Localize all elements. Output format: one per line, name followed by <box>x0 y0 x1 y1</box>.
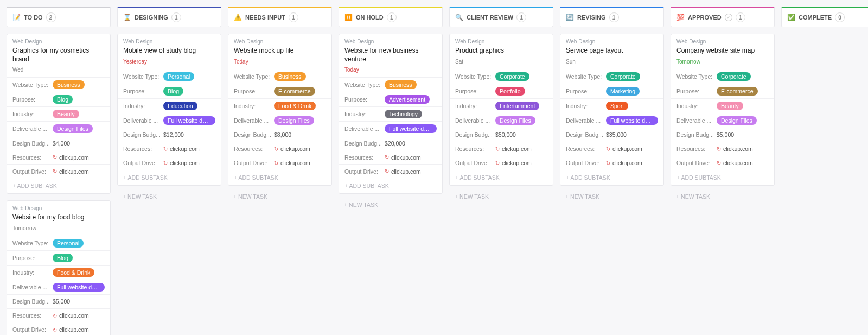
industry-pill[interactable]: Sport <box>606 102 628 110</box>
column-header-todo[interactable]: 📝TO DO2 <box>7 7 111 27</box>
industry-pill[interactable]: Beauty <box>53 110 79 118</box>
column-header-complete[interactable]: ✅COMPLETE0 <box>781 7 868 27</box>
field-row: Industry:Food & Drink <box>228 98 331 113</box>
deliverable-pill[interactable]: Design Files <box>53 124 93 133</box>
link-text[interactable]: clickup.com <box>502 146 532 152</box>
purpose-pill[interactable]: E-commerce <box>274 87 315 96</box>
new-task-button[interactable]: + NEW TASK <box>560 189 664 204</box>
website_type-pill[interactable]: Business <box>53 80 85 89</box>
field-row: Purpose:Marketing <box>560 84 663 98</box>
column-header-designing[interactable]: ⌛DESIGNING1 <box>117 7 221 27</box>
field-label: Design Budg... <box>566 131 606 138</box>
field-label: Output Drive: <box>12 168 53 175</box>
link-text[interactable]: clickup.com <box>502 160 532 166</box>
industry-pill[interactable]: Beauty <box>717 102 743 110</box>
link-text[interactable]: clickup.com <box>280 160 310 166</box>
link-text[interactable]: clickup.com <box>723 146 753 152</box>
column-header-client-review[interactable]: 🔍CLIENT REVIEW1 <box>449 7 553 27</box>
deliverable-pill[interactable]: Full website design and lay... <box>606 116 658 125</box>
link-icon: ↻ <box>163 160 168 166</box>
task-card[interactable]: Web DesignProduct graphicsSatWebsite Typ… <box>449 34 553 186</box>
deliverable-pill[interactable]: Full website design and lay... <box>163 116 215 125</box>
purpose-pill[interactable]: Advertisement <box>385 95 430 104</box>
add-subtask-button[interactable]: + ADD SUBTASK <box>450 170 553 185</box>
industry-pill[interactable]: Technology <box>385 110 422 118</box>
new-task-button[interactable]: + NEW TASK <box>671 189 775 204</box>
purpose-pill[interactable]: Portfolio <box>495 87 525 96</box>
link-text[interactable]: clickup.com <box>723 160 753 166</box>
column-header-revising[interactable]: 🔄REVISING1 <box>560 7 664 27</box>
industry-pill[interactable]: Food & Drink <box>274 102 316 110</box>
link-text[interactable]: clickup.com <box>612 160 642 166</box>
add-subtask-button[interactable]: + ADD SUBTASK <box>228 170 331 185</box>
new-task-button[interactable]: + NEW TASK <box>339 197 443 212</box>
purpose-pill[interactable]: Blog <box>53 95 73 104</box>
link-text[interactable]: clickup.com <box>170 146 200 152</box>
field-row: Industry:Entertainment <box>450 98 553 113</box>
task-card[interactable]: Web DesignMobile view of study blogYeste… <box>117 34 221 186</box>
field-label: Output Drive: <box>455 160 495 166</box>
column-header-on-hold[interactable]: ⏸️ON HOLD1 <box>339 7 443 27</box>
purpose-pill[interactable]: Blog <box>53 254 73 262</box>
deliverable-pill[interactable]: Design Files <box>717 116 757 125</box>
website_type-pill[interactable]: Business <box>274 72 306 81</box>
add-subtask-button[interactable]: + ADD SUBTASK <box>560 170 663 185</box>
deliverable-pill[interactable]: Design Files <box>274 116 314 125</box>
purpose-pill[interactable]: Blog <box>163 87 183 96</box>
new-task-button[interactable]: + NEW TASK <box>117 189 221 204</box>
purpose-pill[interactable]: Marketing <box>606 87 640 96</box>
column-header-approved[interactable]: 💯APPROVED✓1 <box>671 7 775 27</box>
deliverable-pill[interactable]: Full website design and lay... <box>385 124 437 133</box>
field-row: Industry:Sport <box>560 98 663 113</box>
task-card[interactable]: Web DesignGraphics for my cosmetics bran… <box>7 34 111 194</box>
link-text[interactable]: clickup.com <box>59 154 89 161</box>
field-row: Deliverable ...Full website design and l… <box>118 113 221 128</box>
new-task-button[interactable]: + NEW TASK <box>228 189 332 204</box>
website_type-pill[interactable]: Corporate <box>717 72 751 81</box>
task-card[interactable]: Web DesignService page layoutSunWebsite … <box>560 34 664 186</box>
column-count: 1 <box>289 12 298 22</box>
industry-pill[interactable]: Entertainment <box>495 102 539 110</box>
add-subtask-button[interactable]: + ADD SUBTASK <box>671 170 774 185</box>
industry-pill[interactable]: Education <box>163 102 197 110</box>
website_type-pill[interactable]: Business <box>385 80 417 89</box>
link-icon: ↻ <box>53 313 57 319</box>
purpose-pill[interactable]: E-commerce <box>717 87 758 96</box>
link-text[interactable]: clickup.com <box>59 312 89 319</box>
deliverable-pill[interactable]: Full website design and lay... <box>53 283 105 292</box>
task-card[interactable]: Web DesignWebsite for my food blogTomorr… <box>7 200 111 335</box>
website_type-pill[interactable]: Personal <box>53 239 84 248</box>
website_type-pill[interactable]: Corporate <box>606 72 640 81</box>
new-task-button[interactable]: + NEW TASK <box>449 189 553 204</box>
task-card[interactable]: Web DesignCompany website site mapTomorr… <box>671 34 775 186</box>
link-text[interactable]: clickup.com <box>59 326 89 333</box>
add-subtask-button[interactable]: + ADD SUBTASK <box>339 178 442 193</box>
field-row: Purpose:E-commerce <box>671 84 774 98</box>
field-label: Resources: <box>123 146 163 152</box>
column-count: 1 <box>609 12 619 22</box>
link-text[interactable]: clickup.com <box>391 154 421 161</box>
industry-pill[interactable]: Food & Drink <box>53 268 94 277</box>
add-subtask-button[interactable]: + ADD SUBTASK <box>118 170 221 185</box>
field-row: Deliverable ...Full website design and l… <box>339 121 442 136</box>
field-label: Industry: <box>455 103 495 109</box>
field-label: Website Type: <box>344 81 385 88</box>
task-card[interactable]: Web DesignWebsite for new business ventu… <box>339 34 443 194</box>
field-label: Purpose: <box>566 88 606 94</box>
add-subtask-button[interactable]: + ADD SUBTASK <box>7 178 110 193</box>
link-text[interactable]: clickup.com <box>170 160 200 166</box>
deliverable-pill[interactable]: Design Files <box>495 116 535 125</box>
website_type-pill[interactable]: Personal <box>163 72 194 81</box>
link-text[interactable]: clickup.com <box>59 168 89 175</box>
task-card[interactable]: Web DesignWebsite mock up fileTodayWebsi… <box>228 34 332 186</box>
field-label: Design Budg... <box>676 131 717 138</box>
card-category: Web Design <box>123 39 215 45</box>
card-date: Sun <box>560 59 663 69</box>
column-header-needs-input[interactable]: ⚠️NEEDS INPUT1 <box>228 7 332 27</box>
link-text[interactable]: clickup.com <box>280 146 310 152</box>
link-text[interactable]: clickup.com <box>391 168 421 175</box>
field-label: Design Budg... <box>344 140 385 147</box>
link-text[interactable]: clickup.com <box>612 146 642 152</box>
todo-icon: 📝 <box>12 14 21 21</box>
website_type-pill[interactable]: Corporate <box>495 72 529 81</box>
